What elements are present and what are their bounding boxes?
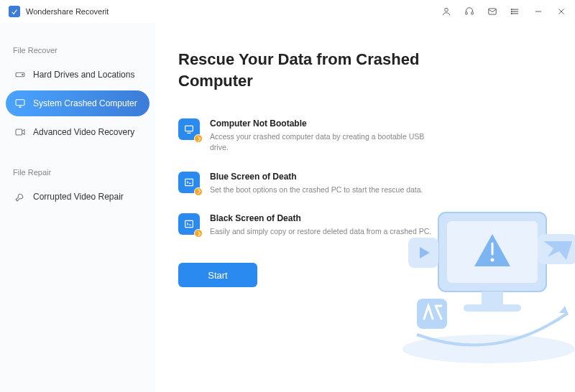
svg-point-27 — [491, 258, 494, 262]
svg-rect-18 — [16, 129, 22, 135]
mail-icon[interactable] — [487, 6, 497, 17]
titlebar: Wondershare Recoverit — [0, 0, 575, 23]
feature-list: Computer Not Bootable Access your crashe… — [178, 118, 555, 237]
refresh-badge-icon — [194, 134, 203, 143]
svg-rect-3 — [489, 9, 497, 14]
svg-point-8 — [511, 11, 512, 11]
svg-rect-35 — [417, 299, 447, 329]
svg-point-34 — [565, 241, 571, 247]
svg-rect-30 — [408, 238, 438, 268]
feature-title: Black Screen of Death — [210, 213, 431, 223]
feature-blue-screen: Blue Screen of Death Set the boot option… — [178, 172, 555, 195]
feature-black-screen: Black Screen of Death Easily and simply … — [178, 213, 555, 237]
svg-rect-22 — [185, 221, 193, 228]
svg-rect-29 — [464, 304, 521, 312]
user-icon[interactable] — [441, 6, 451, 17]
sidebar-item-hard-drives[interactable]: Hard Drives and Locations — [6, 62, 150, 88]
svg-rect-15 — [16, 100, 24, 106]
close-icon[interactable] — [556, 6, 566, 17]
svg-marker-36 — [559, 306, 568, 313]
app-title: Wondershare Recoverit — [26, 7, 109, 16]
sidebar-item-label: Hard Drives and Locations — [33, 70, 134, 80]
wrench-icon — [14, 191, 26, 202]
video-icon — [14, 126, 26, 138]
drive-icon — [14, 69, 26, 80]
sidebar-item-advanced-video[interactable]: Advanced Video Recovery — [6, 119, 150, 145]
refresh-badge-icon — [194, 229, 203, 238]
svg-rect-2 — [472, 12, 473, 14]
sidebar-item-label: Corrupted Video Repair — [33, 192, 124, 202]
svg-point-23 — [402, 335, 575, 363]
titlebar-left: Wondershare Recoverit — [9, 6, 109, 17]
sidebar-item-label: System Crashed Computer — [33, 98, 137, 108]
svg-marker-31 — [420, 247, 430, 258]
feature-desc: Access your crashed computer data by cre… — [210, 131, 440, 152]
sidebar-section-file-recover: File Recover — [6, 46, 150, 62]
body-row: File Recover Hard Drives and Locations S… — [0, 23, 575, 392]
monitor-icon — [14, 98, 26, 109]
sidebar-section-file-repair: File Repair — [6, 168, 150, 184]
svg-point-7 — [511, 9, 512, 10]
titlebar-right — [441, 6, 566, 17]
feature-title: Computer Not Bootable — [210, 118, 440, 129]
menu-icon[interactable] — [510, 6, 520, 17]
svg-rect-1 — [466, 12, 467, 14]
refresh-badge-icon — [194, 187, 203, 196]
svg-point-9 — [511, 13, 512, 14]
sidebar-item-label: Advanced Video Recovery — [33, 127, 134, 137]
svg-point-14 — [22, 74, 23, 75]
feature-desc: Easily and simply copy or restore delete… — [210, 226, 431, 237]
svg-rect-21 — [185, 179, 193, 185]
feature-desc: Set the boot options on the crashed PC t… — [210, 185, 423, 195]
svg-rect-28 — [482, 291, 503, 304]
app-logo — [9, 6, 20, 17]
svg-rect-19 — [185, 126, 193, 131]
feature-not-bootable: Computer Not Bootable Access your crashe… — [178, 118, 555, 152]
sidebar-item-system-crashed[interactable]: System Crashed Computer — [6, 90, 150, 116]
terminal-icon — [178, 172, 200, 193]
page-title: Rescue Your Data from Crashed Computer — [178, 49, 437, 91]
start-button[interactable]: Start — [178, 263, 257, 287]
feature-title: Blue Screen of Death — [210, 172, 423, 182]
terminal-dark-icon — [178, 213, 200, 235]
monitor-icon — [178, 118, 200, 140]
minimize-icon[interactable] — [533, 6, 543, 17]
sidebar-item-corrupted-video[interactable]: Corrupted Video Repair — [6, 184, 150, 210]
sidebar: File Recover Hard Drives and Locations S… — [0, 23, 155, 392]
headset-icon[interactable] — [464, 6, 474, 17]
svg-rect-32 — [538, 234, 575, 264]
svg-point-0 — [445, 8, 448, 11]
main-content: Rescue Your Data from Crashed Computer C… — [155, 23, 575, 392]
svg-marker-33 — [543, 241, 572, 260]
